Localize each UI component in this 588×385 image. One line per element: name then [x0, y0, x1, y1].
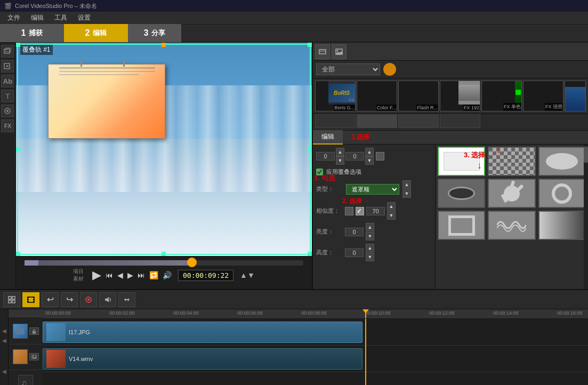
track-1-lock-btn[interactable]: [29, 327, 39, 335]
color-box[interactable]: [376, 152, 384, 161]
height-row: 高度： 0 ▲ ▼: [316, 244, 432, 261]
thumb-fx192[interactable]: FX 192: [440, 81, 480, 111]
tab-edit-panel[interactable]: 编辑: [313, 130, 343, 145]
side-icon-1[interactable]: ◀: [1, 327, 7, 334]
num-up-2[interactable]: ▲: [365, 148, 374, 156]
height-up[interactable]: ▲: [366, 244, 374, 252]
height-value[interactable]: 0: [345, 248, 364, 257]
mask-thumb-3[interactable]: [538, 147, 586, 176]
mask-thumb-1[interactable]: [438, 147, 485, 176]
mask-scrollbar[interactable]: [584, 145, 588, 289]
thumb-row2-4[interactable]: [440, 114, 480, 128]
thumb-boris[interactable]: BoRIS FX Boris G...: [315, 81, 356, 111]
btn-audio[interactable]: 🔊: [163, 271, 172, 279]
side-icon-3[interactable]: ◀: [1, 368, 7, 374]
type-up-btn[interactable]: ▲: [402, 180, 411, 189]
num-up-1[interactable]: ▲: [336, 148, 344, 156]
tab-share[interactable]: 3 分享: [128, 24, 181, 42]
num-input-2[interactable]: 0: [345, 152, 364, 161]
thumb-row2-3[interactable]: [398, 114, 439, 128]
tl-btn-color[interactable]: [80, 292, 97, 307]
similarity-dropper[interactable]: [356, 207, 364, 215]
type-dn-btn[interactable]: ▼: [402, 189, 411, 198]
track-clip-2[interactable]: V14.wmv: [43, 348, 363, 370]
clip-2-thumb: [46, 350, 66, 368]
tool-clip-btn[interactable]: [315, 44, 330, 59]
filter-dropdown[interactable]: 全部: [316, 63, 380, 75]
tool-fx[interactable]: FX: [1, 119, 14, 132]
timeline-side-icons: ◀ ◀ ◀: [0, 309, 9, 385]
menu-edit[interactable]: 编辑: [26, 12, 49, 23]
mask-thumb-7[interactable]: [438, 211, 485, 240]
similarity-dn[interactable]: ▼: [387, 211, 396, 220]
tl-btn-film[interactable]: [22, 292, 39, 307]
thumb-extra[interactable]: [565, 81, 586, 111]
num-dn-1[interactable]: ▼: [336, 156, 344, 165]
tab-num-1: 1: [21, 28, 26, 38]
menu-file[interactable]: 文件: [2, 12, 26, 23]
main-area: Ab T FX 覆叠轨 #1: [0, 43, 588, 289]
mask-thumb-4[interactable]: [438, 179, 485, 208]
svg-point-22: [87, 299, 90, 301]
timeline-toolbar: ↩ ↪: [0, 290, 588, 309]
brightness-dn[interactable]: ▼: [366, 232, 374, 240]
tool-image-btn[interactable]: [332, 44, 347, 59]
tool-text[interactable]: Ab: [1, 75, 14, 87]
side-icon-2[interactable]: ◀: [1, 337, 7, 343]
btn-repeat[interactable]: 🔁: [149, 271, 158, 279]
num-dn-2[interactable]: ▼: [365, 156, 374, 165]
timecode-arrow[interactable]: ▲▼: [240, 271, 255, 279]
thumb-row2-1[interactable]: [315, 114, 356, 128]
tool-title[interactable]: T: [1, 90, 14, 102]
brightness-up[interactable]: ▲: [366, 223, 374, 231]
thumb-fxslide[interactable]: FX 强滑: [523, 81, 563, 111]
similarity-color-btn[interactable]: [345, 207, 353, 215]
track-2-icon-btn[interactable]: [29, 353, 39, 360]
type-select[interactable]: 遮罩顺: [346, 184, 399, 195]
btn-next[interactable]: ⏭: [138, 271, 145, 279]
tl-btn-audio[interactable]: [99, 292, 116, 307]
tool-filter[interactable]: [1, 105, 14, 117]
menu-settings[interactable]: 设置: [73, 12, 96, 23]
mask-thumb-9[interactable]: [538, 211, 586, 240]
tool-overlay[interactable]: [1, 45, 14, 58]
brightness-value[interactable]: 0: [345, 228, 364, 236]
tab-bar: 1 捕获 2 编辑 3 分享: [0, 25, 588, 43]
apply-overlay-label: 应用覆叠选项: [326, 168, 361, 176]
tl-btn-motion[interactable]: [118, 292, 135, 307]
height-dn[interactable]: ▼: [366, 253, 374, 261]
mask-thumb-5[interactable]: [488, 179, 535, 208]
tab-select-panel[interactable]: 3.选择: [343, 131, 378, 144]
mask-thumb-6[interactable]: [538, 179, 586, 208]
track-row-3: [43, 372, 588, 385]
tl-btn-grid[interactable]: [3, 292, 20, 307]
thumb-fxmono[interactable]: ■ FX 单色: [481, 81, 522, 111]
tl-btn-redo[interactable]: ↪: [61, 292, 78, 307]
svg-point-9: [337, 50, 339, 51]
svg-rect-13: [12, 300, 15, 303]
mask-thumbnails: ↓: [436, 145, 588, 289]
tab-edit[interactable]: 2 编辑: [64, 24, 128, 42]
menu-tools[interactable]: 工具: [49, 12, 73, 23]
apply-overlay-checkbox[interactable]: [316, 169, 323, 175]
filter-color-btn[interactable]: [383, 63, 396, 76]
scrubber[interactable]: [25, 260, 303, 266]
similarity-up[interactable]: ▲: [387, 202, 396, 211]
mask-thumb-8[interactable]: [488, 211, 535, 240]
btn-step-fwd[interactable]: ▶: [127, 271, 133, 279]
track-clip-1[interactable]: I17.JPG: [43, 322, 363, 343]
tab-capture[interactable]: 1 捕获: [0, 24, 64, 42]
btn-prev[interactable]: ⏮: [106, 271, 113, 279]
btn-step-back[interactable]: ◀: [117, 271, 123, 279]
thumb-color[interactable]: Color F...: [357, 81, 397, 111]
clip-1-name: I17.JPG: [69, 329, 90, 335]
filter-row: 全部: [313, 61, 588, 78]
num-input-1[interactable]: 0: [316, 152, 335, 161]
similarity-value[interactable]: 70: [366, 207, 385, 215]
thumb-row2-2[interactable]: [357, 114, 397, 128]
mask-thumb-2[interactable]: [488, 147, 535, 176]
tl-btn-undo[interactable]: ↩: [42, 292, 59, 307]
btn-play[interactable]: ▶: [92, 268, 101, 282]
tool-video[interactable]: [1, 60, 14, 73]
thumb-flash[interactable]: Flash R...: [398, 81, 439, 111]
